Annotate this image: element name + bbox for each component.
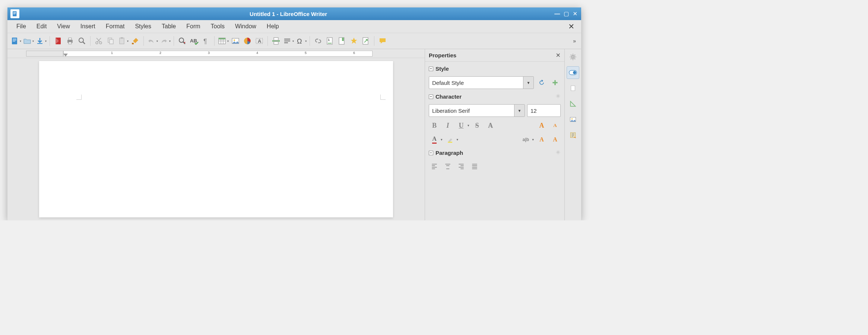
font-size-input[interactable] [528, 108, 564, 114]
dropdown-button[interactable]: ▼ [514, 105, 525, 117]
insert-star-button[interactable] [348, 35, 359, 47]
menu-table[interactable]: Table [156, 22, 181, 31]
menu-form[interactable]: Form [181, 22, 205, 31]
strikethrough-button[interactable]: S [472, 120, 483, 131]
font-name-combo[interactable]: ▼ [429, 104, 525, 117]
clone-formatting-button[interactable] [130, 35, 141, 47]
font-name-input[interactable] [429, 108, 514, 114]
menu-styles[interactable]: Styles [130, 22, 156, 31]
svg-point-74 [572, 56, 574, 58]
new-style-button[interactable] [549, 77, 561, 88]
pdf-icon [54, 36, 63, 45]
menu-format[interactable]: Format [101, 22, 130, 31]
insert-footnote-button[interactable]: 1 [324, 35, 336, 47]
dropdown-caret-icon[interactable]: ▾ [457, 138, 459, 141]
insert-hyperlink-button[interactable] [313, 35, 324, 47]
collapse-toggle-icon[interactable]: − [429, 67, 433, 71]
find-replace-button[interactable] [177, 35, 188, 47]
toolbar-separator [90, 36, 91, 46]
collapse-toggle-icon[interactable]: − [429, 151, 433, 155]
sidebar-tab-properties[interactable] [567, 66, 579, 79]
menu-window[interactable]: Window [230, 22, 262, 31]
copy-button[interactable] [105, 35, 116, 47]
align-right-button[interactable] [456, 160, 467, 172]
section-more-button[interactable] [555, 150, 561, 156]
insert-cross-ref-button[interactable] [360, 35, 371, 47]
toolbar-overflow-button[interactable]: » [570, 38, 579, 44]
maximize-button[interactable]: ▢ [564, 10, 569, 17]
subscript-button[interactable]: A [549, 134, 561, 145]
close-document-button[interactable]: ✕ [565, 22, 577, 31]
plus-icon [551, 79, 559, 86]
print-preview-button[interactable] [76, 35, 88, 47]
redo-button[interactable] [159, 35, 171, 47]
minimize-button[interactable]: — [554, 10, 560, 17]
sidebar-tab-navigator[interactable] [567, 129, 579, 141]
cut-button[interactable] [93, 35, 104, 47]
dropdown-caret-icon[interactable]: ▾ [441, 138, 443, 141]
page-icon [570, 84, 576, 92]
spellcheck-button[interactable]: AB [189, 35, 200, 47]
svg-point-34 [234, 39, 235, 41]
indent-marker-icon[interactable] [63, 54, 68, 57]
increase-size-button[interactable]: A [536, 120, 547, 131]
sidebar-tab-gallery[interactable] [567, 113, 579, 126]
paragraph-style-input[interactable] [429, 80, 523, 86]
menu-file[interactable]: File [11, 22, 31, 31]
save-button[interactable] [35, 35, 47, 47]
dropdown-caret-icon[interactable]: ▾ [532, 138, 534, 141]
scissors-icon [94, 36, 103, 45]
paste-button[interactable] [117, 35, 129, 47]
collapse-toggle-icon[interactable]: − [429, 95, 433, 99]
align-center-button[interactable] [442, 160, 453, 172]
insert-bookmark-button[interactable] [336, 35, 348, 47]
update-style-button[interactable] [536, 77, 547, 88]
menu-edit[interactable]: Edit [31, 22, 52, 31]
menu-tools[interactable]: Tools [206, 22, 230, 31]
paintbrush-icon [131, 36, 140, 45]
bold-button[interactable]: B [429, 120, 440, 131]
font-color-button[interactable]: A [429, 134, 440, 145]
formatting-marks-button[interactable]: ¶ [200, 35, 212, 47]
font-size-combo[interactable]: ▼ [527, 104, 561, 117]
highlight-color-button[interactable] [445, 134, 456, 145]
align-justify-button[interactable] [469, 160, 480, 172]
undo-button[interactable] [146, 35, 158, 47]
insert-chart-button[interactable] [242, 35, 253, 47]
close-window-button[interactable]: ✕ [573, 10, 577, 17]
insert-field-button[interactable] [282, 35, 294, 47]
menu-insert[interactable]: Insert [75, 22, 101, 31]
insert-textbox-button[interactable]: A [254, 35, 265, 47]
insert-image-button[interactable] [230, 35, 241, 47]
character-spacing-button[interactable]: a|b [520, 134, 531, 145]
document-page[interactable] [39, 61, 393, 217]
dropdown-button[interactable]: ▼ [523, 77, 533, 89]
section-more-button[interactable] [555, 93, 561, 100]
open-button[interactable] [22, 35, 34, 47]
horizontal-ruler[interactable]: 1 2 3 4 5 6 [7, 49, 425, 58]
superscript-button[interactable]: A [536, 134, 547, 145]
shadow-button[interactable]: A [485, 120, 496, 131]
sidebar-settings-button[interactable] [567, 51, 579, 63]
close-panel-button[interactable]: ✕ [556, 52, 561, 59]
toggle-icon [569, 70, 577, 76]
sidebar-tab-styles[interactable] [567, 98, 579, 110]
underline-button[interactable]: U [456, 120, 467, 131]
insert-special-char-button[interactable]: Ω [295, 35, 307, 47]
insert-table-button[interactable] [217, 35, 229, 47]
paragraph-section: − Paragraph [429, 148, 561, 172]
italic-button[interactable]: I [442, 120, 453, 131]
print-button[interactable] [64, 35, 76, 47]
folder-open-icon [23, 36, 32, 45]
menu-help[interactable]: Help [262, 22, 284, 31]
align-left-button[interactable] [429, 160, 440, 172]
paragraph-style-combo[interactable]: ▼ [429, 76, 534, 89]
export-pdf-button[interactable] [53, 35, 64, 47]
dropdown-caret-icon[interactable]: ▾ [468, 124, 469, 127]
insert-page-break-button[interactable] [270, 35, 282, 47]
decrease-size-button[interactable]: A [549, 120, 561, 131]
insert-comment-button[interactable] [377, 35, 388, 47]
sidebar-tab-page[interactable] [567, 82, 579, 95]
new-button[interactable] [10, 35, 22, 47]
menu-view[interactable]: View [52, 22, 75, 31]
